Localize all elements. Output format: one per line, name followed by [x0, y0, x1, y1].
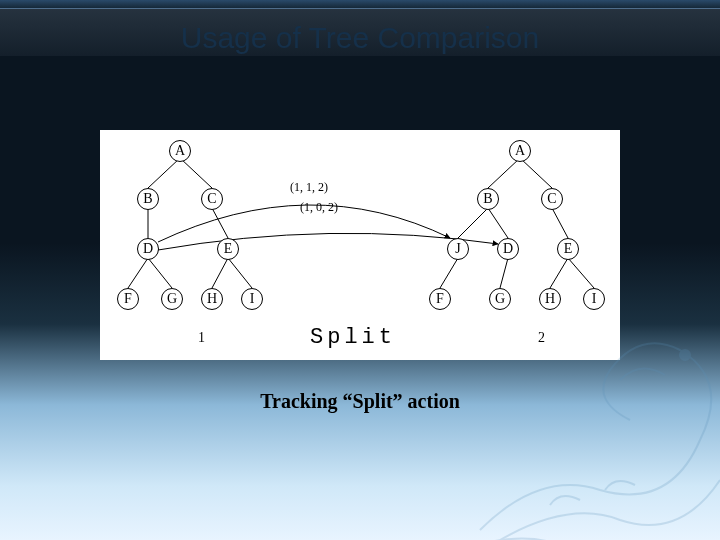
- tree2-node-B: B: [477, 188, 499, 210]
- tree1-node-B: B: [137, 188, 159, 210]
- tree2-node-I: I: [583, 288, 605, 310]
- tree1-node-D: D: [137, 238, 159, 260]
- diagram-panel: A B C D E F G H I A B C J D E F G H I (1…: [100, 130, 620, 360]
- tree2-node-F: F: [429, 288, 451, 310]
- svg-line-5: [148, 258, 172, 288]
- svg-line-16: [568, 258, 594, 288]
- svg-line-11: [488, 208, 508, 238]
- tree1-label: 1: [198, 330, 205, 346]
- slide-caption: Tracking “Split” action: [0, 390, 720, 413]
- svg-line-14: [500, 258, 508, 288]
- operation-label: Split: [310, 325, 396, 350]
- tree2-node-G: G: [489, 288, 511, 310]
- svg-line-6: [212, 258, 228, 288]
- tree2-node-E: E: [557, 238, 579, 260]
- tree2-node-C: C: [541, 188, 563, 210]
- svg-line-8: [488, 158, 520, 188]
- svg-line-4: [128, 258, 148, 288]
- slide-title: Usage of Tree Comparison: [0, 9, 720, 61]
- svg-line-3: [212, 208, 228, 238]
- tree2-node-A: A: [509, 140, 531, 162]
- mapping-label-2: (1, 0, 2): [300, 200, 338, 215]
- tree2-node-H: H: [539, 288, 561, 310]
- tree1-node-E: E: [217, 238, 239, 260]
- tree1-node-F: F: [117, 288, 139, 310]
- svg-point-17: [680, 350, 690, 360]
- svg-line-7: [228, 258, 252, 288]
- svg-line-10: [458, 208, 488, 238]
- svg-line-9: [520, 158, 552, 188]
- tree2-node-J: J: [447, 238, 469, 260]
- tree2-node-D: D: [497, 238, 519, 260]
- svg-line-15: [550, 258, 568, 288]
- svg-line-13: [440, 258, 458, 288]
- tree1-node-G: G: [161, 288, 183, 310]
- tree1-node-C: C: [201, 188, 223, 210]
- tree1-node-I: I: [241, 288, 263, 310]
- mapping-label-1: (1, 1, 2): [290, 180, 328, 195]
- tree1-node-A: A: [169, 140, 191, 162]
- svg-line-12: [552, 208, 568, 238]
- tree1-node-H: H: [201, 288, 223, 310]
- tree2-label: 2: [538, 330, 545, 346]
- svg-line-0: [148, 158, 180, 188]
- svg-line-1: [180, 158, 212, 188]
